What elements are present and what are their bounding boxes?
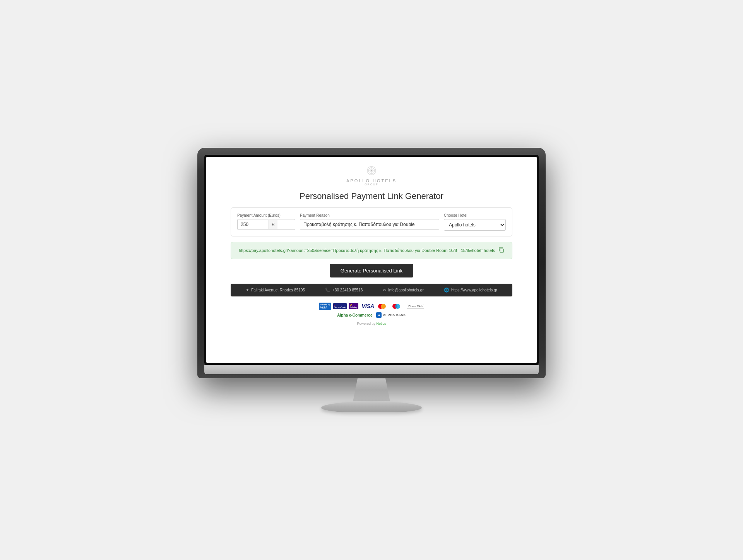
maestro-badge: [392, 304, 402, 309]
generated-url: https://pay.apollohotels.gr/?amount=250&…: [239, 247, 495, 254]
svg-rect-7: [500, 249, 503, 252]
page-title: Personalised Payment Link Generator: [300, 191, 443, 201]
monitor-stand: [321, 378, 422, 412]
powered-by: Powered by Netics: [357, 322, 386, 325]
footer-email: ✉ info@apollohotels.gr: [383, 288, 423, 293]
reason-group: Payment Reason: [300, 213, 439, 230]
logo-subtitle: GROUP: [365, 183, 378, 186]
amount-input[interactable]: [238, 219, 269, 229]
footer-phone: 📞 +30 22410 85513: [325, 288, 363, 293]
location-icon: ✈: [246, 288, 249, 293]
alpha-bank: A ALPHA BANK: [376, 312, 406, 318]
logo-icon: [365, 164, 378, 177]
currency-symbol: €: [269, 220, 277, 229]
partners-row: Alpha e-Commerce A ALPHA BANK: [337, 312, 406, 318]
phone-icon: 📞: [325, 288, 330, 293]
footer-website: 🌐 https://www.apollohotels.gr: [444, 288, 497, 293]
mastercard-secure-badge: ●SecureCode: [333, 303, 347, 309]
stand-base: [321, 401, 422, 412]
monitor-chin: [204, 365, 539, 374]
monitor-shell: APOLLO HOTELS GROUP Personalised Payment…: [197, 148, 546, 378]
logo-title: APOLLO HOTELS: [346, 178, 397, 183]
safekey-badge: 🔑SafeKey: [349, 303, 359, 309]
reason-label: Payment Reason: [300, 213, 439, 217]
email-icon: ✉: [383, 288, 386, 293]
generate-button[interactable]: Generate Personalised Link: [330, 264, 413, 277]
monitor-container: APOLLO HOTELS GROUP Personalised Payment…: [197, 132, 546, 428]
diners-badge: Diners Club: [407, 304, 424, 309]
svg-point-6: [371, 170, 372, 171]
mastercard-badge: [378, 304, 387, 309]
footer-bar: ✈ Faliraki Avenue, Rhodes 85105 📞 +30 22…: [231, 284, 512, 296]
hotel-label: Choose Hotel: [444, 213, 506, 217]
verified-visa-badge: Verified byVISA: [319, 303, 331, 310]
globe-icon: 🌐: [444, 288, 449, 293]
reason-input[interactable]: [300, 219, 439, 229]
monitor-bezel: APOLLO HOTELS GROUP Personalised Payment…: [204, 155, 539, 365]
stand-neck: [348, 378, 395, 401]
link-box: https://pay.apollohotels.gr/?amount=250&…: [231, 242, 512, 259]
screen: APOLLO HOTELS GROUP Personalised Payment…: [206, 157, 537, 363]
logo-area: APOLLO HOTELS GROUP: [346, 164, 397, 186]
badges-area: Verified byVISA ●SecureCode 🔑SafeKey: [319, 303, 424, 318]
form-card: Payment Amount (Euros) € Payment Reason: [231, 207, 512, 236]
alpha-ecommerce: Alpha e-Commerce: [337, 313, 372, 317]
footer-address: ✈ Faliraki Avenue, Rhodes 85105: [246, 288, 305, 293]
copy-icon[interactable]: [498, 247, 504, 254]
hotel-select[interactable]: Apollo hotels Apollo Blue Apollo Beach: [444, 219, 506, 231]
powered-link[interactable]: Netics: [377, 322, 386, 325]
visa-badge: VISA: [360, 303, 375, 309]
amount-group: Payment Amount (Euros) €: [237, 213, 295, 230]
hotel-group: Choose Hotel Apollo hotels Apollo Blue A…: [444, 213, 506, 231]
amount-label: Payment Amount (Euros): [237, 213, 295, 217]
